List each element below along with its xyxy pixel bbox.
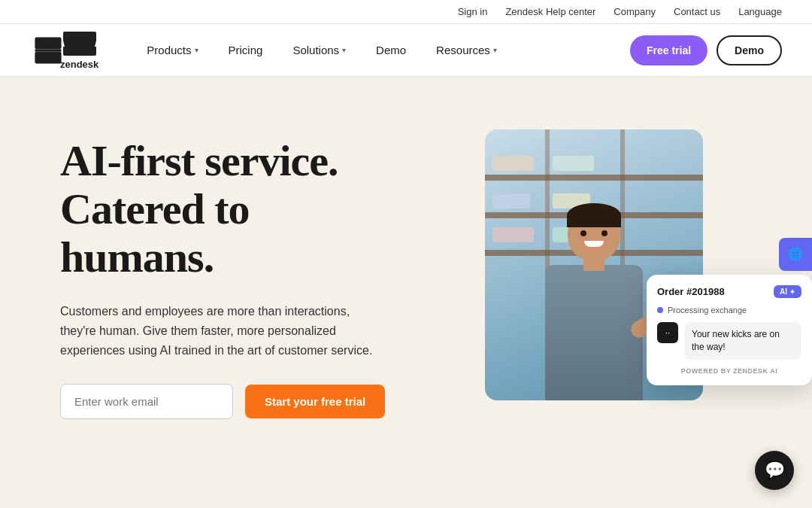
contact-us-link[interactable]: Contact us	[674, 6, 720, 17]
hero-description: Customers and employees are more than in…	[60, 302, 376, 360]
chat-powered-by: POWERED BY ZENDESK AI	[657, 367, 801, 375]
hero-cta-row: Start your free trial	[60, 384, 436, 419]
chat-support-icon: 💬	[765, 461, 785, 480]
email-input[interactable]	[60, 384, 233, 419]
solutions-chevron-icon: ▾	[342, 46, 346, 54]
svg-marker-1	[35, 49, 61, 51]
free-trial-button[interactable]: Free trial	[630, 35, 707, 65]
ai-star-icon: ✦	[789, 288, 795, 296]
start-trial-button[interactable]: Start your free trial	[245, 385, 385, 418]
hero-title: AI-first service. Catered to humans.	[60, 137, 436, 281]
translate-icon: 🌐	[788, 247, 803, 261]
main-nav: Z zendesk Products ▾ Pricing Solutions ▾	[0, 24, 812, 77]
sign-in-link[interactable]: Sign in	[458, 6, 488, 17]
chat-avatar: ··	[657, 322, 678, 343]
nav-demo[interactable]: Demo	[364, 38, 418, 62]
chat-order-label: Order #201988	[657, 286, 725, 297]
utility-bar: Sign in Zendesk Help center Company Cont…	[0, 0, 812, 24]
ai-badge: AI ✦	[774, 285, 801, 298]
nav-resources[interactable]: Resources ▾	[424, 38, 509, 62]
svg-marker-4	[63, 41, 96, 47]
hero-right: Order #201988 AI ✦ Processing exchange ·…	[436, 122, 752, 400]
products-chevron-icon: ▾	[195, 46, 198, 54]
chat-avatar-icon: ··	[665, 327, 671, 338]
demo-button[interactable]: Demo	[717, 35, 782, 65]
chat-header: Order #201988 AI ✦	[657, 285, 801, 298]
help-center-link[interactable]: Zendesk Help center	[505, 6, 595, 17]
company-link[interactable]: Company	[614, 6, 656, 17]
chat-support-button[interactable]: 💬	[755, 451, 794, 490]
nav-pricing[interactable]: Pricing	[217, 38, 275, 62]
logo-area[interactable]: Z zendesk	[30, 30, 98, 70]
nav-products[interactable]: Products ▾	[135, 38, 210, 62]
chat-widget: Order #201988 AI ✦ Processing exchange ·…	[647, 275, 812, 385]
svg-rect-0	[35, 37, 61, 49]
nav-cta-area: Free trial Demo	[630, 35, 782, 65]
chat-message-row: ·· Your new kicks are on the way!	[657, 322, 801, 360]
chat-processing: Processing exchange	[657, 306, 801, 315]
zendesk-logo-mark	[62, 30, 98, 57]
translate-button[interactable]: 🌐	[779, 238, 812, 271]
logo-text: zendesk	[60, 59, 98, 70]
hero-left: AI-first service. Catered to humans. Cus…	[60, 122, 436, 419]
resources-chevron-icon: ▾	[493, 46, 497, 54]
svg-rect-2	[35, 51, 61, 63]
chat-bubble: Your new kicks are on the way!	[684, 322, 801, 360]
language-link[interactable]: Language	[738, 6, 782, 17]
nav-solutions[interactable]: Solutions ▾	[280, 38, 358, 62]
processing-dot-icon	[657, 307, 663, 313]
nav-links: Products ▾ Pricing Solutions ▾ Demo Reso…	[135, 38, 630, 62]
hero-section: AI-first service. Catered to humans. Cus…	[0, 77, 812, 502]
